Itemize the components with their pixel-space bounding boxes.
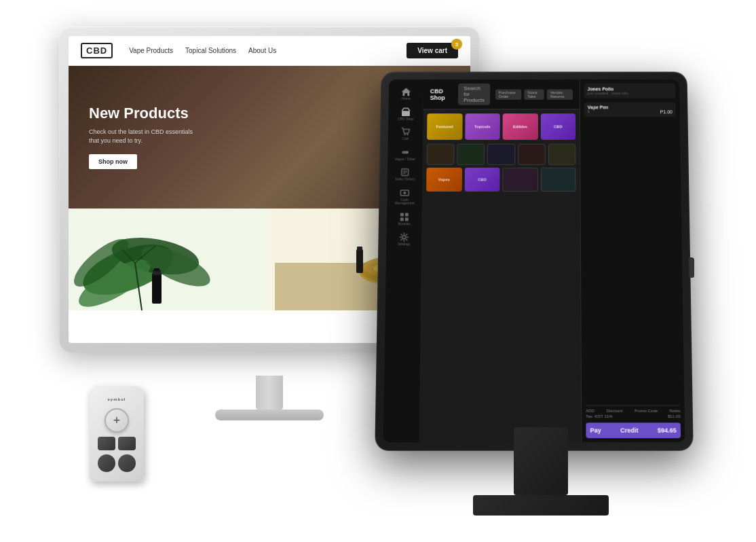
- nav-vape-products[interactable]: Vape Products: [129, 47, 173, 54]
- pos-main-content: CBD Shop Search for Products Purchase Or…: [419, 79, 582, 442]
- category-featured[interactable]: Featured: [427, 113, 462, 140]
- svg-rect-18: [154, 268, 159, 271]
- hero-subtitle: Check out the latest in CBD essentials t…: [89, 128, 197, 146]
- pos-header-actions: Purchase Order Stock Take Vendor Returns: [495, 89, 573, 99]
- pos-tablet-stand: Home CBD Shop: [378, 67, 704, 516]
- sidebar-item-cash-management[interactable]: Cash Management: [390, 185, 419, 208]
- customer-name: Jones Pollo: [588, 87, 673, 92]
- product-thumb-2[interactable]: [457, 144, 485, 165]
- product-items-row-2: Vapes CBD: [426, 168, 575, 192]
- vendor-returns-btn[interactable]: Vendor Returns: [547, 89, 573, 99]
- nav-about-us[interactable]: About Us: [248, 47, 276, 54]
- category-topicals[interactable]: Topicals: [465, 113, 500, 140]
- pay-method: Credit: [620, 427, 639, 434]
- stand-neck: [256, 376, 283, 410]
- vapes-icon: [400, 147, 410, 157]
- promo-label: Promo Code: [635, 409, 658, 413]
- scanner-button-row-2: [98, 454, 136, 472]
- product-items-row-1: [427, 144, 576, 165]
- svg-rect-27: [402, 111, 410, 116]
- cannabis-leaves-svg: [74, 209, 264, 310]
- order-item-1: Vape Pen 1 P1.00: [584, 103, 676, 117]
- tablet-mount: [473, 427, 609, 516]
- sidebar-sales-history-label: Sales History: [395, 177, 415, 181]
- tax-value: $11.00: [668, 414, 681, 418]
- sidebar-item-bundles[interactable]: Bundles: [390, 209, 419, 228]
- pos-sidebar: Home CBD Shop: [383, 79, 423, 442]
- svg-rect-41: [405, 217, 409, 221]
- cash-icon: [400, 188, 409, 198]
- nav-links: Vape Products Topical Solutions About Us: [129, 47, 407, 54]
- customer-info: Jones Pollo just created . more info: [584, 84, 676, 98]
- view-cart-button[interactable]: View cart 3: [407, 43, 458, 58]
- sidebar-item-sales-history[interactable]: Sales History: [390, 165, 420, 184]
- scanner-button-round-2[interactable]: [118, 454, 136, 472]
- tablet-screen: Home CBD Shop: [383, 79, 685, 442]
- bundles-icon: [400, 212, 409, 221]
- pos-right-panel: Jones Pollo just created . more info Vap…: [580, 79, 685, 442]
- svg-rect-40: [400, 217, 404, 221]
- sidebar-item-home[interactable]: Home: [392, 85, 421, 103]
- sidebar-vapes-label: Vapes / Other: [395, 158, 415, 161]
- tax-row: Tax: GST 11% $11.00: [586, 414, 680, 418]
- purchase-order-btn[interactable]: Purchase Order: [495, 89, 522, 99]
- order-item-price: P1.00: [660, 109, 673, 114]
- sidebar-item-cart[interactable]: Cart: [391, 125, 421, 144]
- product-thumb-6[interactable]: [502, 168, 537, 192]
- website-nav: CBD Vape Products Topical Solutions Abou…: [69, 36, 470, 66]
- product-thumb-3[interactable]: [487, 144, 515, 165]
- cbd-logo: CBD: [81, 43, 113, 58]
- settings-icon: [399, 232, 409, 242]
- scanner-plus-button[interactable]: +: [105, 408, 129, 433]
- svg-rect-24: [356, 249, 363, 273]
- product-thumb-5[interactable]: [548, 144, 576, 165]
- scanner-button-small-1[interactable]: [98, 437, 115, 450]
- total-row-add: ADD Discount Promo Code Notes: [586, 409, 680, 413]
- customer-detail: just created . more info: [588, 91, 673, 95]
- sidebar-item-cbd-shop[interactable]: CBD Shop: [391, 105, 421, 124]
- tablet-power-button[interactable]: [689, 257, 695, 278]
- tax-label: Tax: GST 11%: [586, 414, 612, 418]
- scanner-button-small-2[interactable]: [118, 437, 136, 450]
- sidebar-item-settings[interactable]: Settings: [389, 230, 419, 249]
- history-icon: [400, 168, 410, 177]
- product-categories: Featured Topicals Edibles CBD: [427, 113, 575, 140]
- category-cbd2-label: CBD: [478, 177, 487, 181]
- category-edibles-label: Edibles: [513, 125, 527, 129]
- product-thumb-4[interactable]: [518, 144, 546, 165]
- sidebar-settings-label: Settings: [398, 242, 410, 246]
- svg-rect-25: [357, 247, 362, 251]
- discount-label: Discount: [607, 409, 623, 413]
- svg-point-29: [407, 134, 408, 135]
- cart-icon: [401, 127, 411, 137]
- category-edibles[interactable]: Edibles: [503, 113, 538, 140]
- pay-amount: $94.65: [658, 427, 677, 434]
- order-item-price-row: 1 P1.00: [588, 109, 673, 114]
- shop-icon: [401, 107, 411, 117]
- nav-topical-solutions[interactable]: Topical Solutions: [185, 47, 236, 54]
- sidebar-item-vapes[interactable]: Vapes / Other: [390, 145, 420, 164]
- sidebar-cash-label: Cash Management: [391, 198, 418, 205]
- product-thumb-1[interactable]: [427, 144, 455, 165]
- shop-now-button[interactable]: Shop now: [89, 154, 137, 169]
- pos-product-grid: Featured Topicals Edibles CBD: [419, 109, 582, 442]
- tablet-frame: Home CBD Shop: [375, 72, 694, 451]
- category-topicals-label: Topicals: [474, 125, 491, 129]
- stock-take-btn[interactable]: Stock Take: [524, 89, 544, 99]
- svg-rect-38: [400, 213, 404, 216]
- scanner-button-round-1[interactable]: [98, 454, 115, 472]
- pos-sidebar-items: Home CBD Shop: [386, 85, 423, 249]
- hero-content: New Products Check out the latest in CBD…: [89, 105, 197, 168]
- product-thumb-7[interactable]: [540, 168, 575, 192]
- mount-arm: [514, 427, 568, 495]
- category-orange[interactable]: Vapes: [426, 168, 461, 192]
- category-featured-label: Featured: [436, 125, 453, 129]
- pos-search-bar[interactable]: Search for Products: [458, 84, 490, 105]
- sidebar-home-label: Home: [402, 97, 411, 101]
- hero-title: New Products: [89, 105, 197, 122]
- svg-rect-39: [405, 213, 409, 216]
- scene: CBD Vape Products Topical Solutions Abou…: [39, 13, 717, 529]
- category-cbd[interactable]: CBD: [540, 113, 575, 140]
- category-cbd2[interactable]: CBD: [464, 168, 499, 192]
- scanner-label: symbol: [107, 397, 126, 401]
